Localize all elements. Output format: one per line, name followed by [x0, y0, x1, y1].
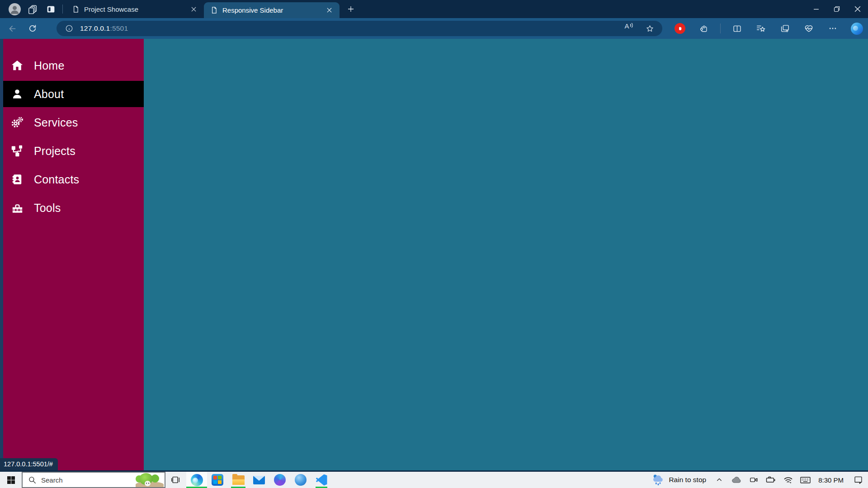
onedrive-cloud-icon [731, 475, 742, 484]
refresh-icon [28, 24, 37, 33]
mail-icon [253, 476, 265, 484]
copilot-button[interactable] [849, 21, 864, 36]
site-info-icon[interactable] [63, 22, 75, 35]
profile-button[interactable] [5, 0, 24, 18]
task-view-icon [171, 475, 181, 484]
back-button[interactable] [5, 21, 20, 36]
extensions-puzzle-icon [699, 23, 709, 33]
meet-now-camera-icon [749, 475, 759, 484]
project-diagram-icon [10, 144, 24, 158]
back-arrow-icon [8, 24, 17, 33]
page-content: Home About Services [0, 39, 868, 470]
tab-strip-divider [62, 5, 63, 14]
sidebar-item-services[interactable]: Services [3, 109, 144, 136]
sidebar-item-tools[interactable]: Tools [3, 195, 144, 221]
user-avatar-icon [9, 3, 21, 15]
favorites-icon [756, 23, 766, 33]
settings-more-button[interactable] [825, 21, 840, 36]
refresh-button[interactable] [25, 21, 40, 36]
collections-icon [780, 23, 790, 33]
windows-start-icon [7, 476, 15, 484]
read-aloud-button[interactable]: A [623, 22, 635, 35]
favorites-button[interactable] [753, 21, 769, 36]
taskbar-app-store[interactable] [207, 472, 228, 488]
add-favorite-button[interactable] [643, 22, 656, 35]
sidebar-item-projects[interactable]: Projects [3, 138, 144, 164]
action-center-button[interactable] [848, 472, 868, 488]
tab-responsive-sidebar[interactable]: Responsive Sidebar [204, 2, 340, 18]
collections-button[interactable] [777, 21, 793, 36]
close-window-button[interactable] [847, 0, 868, 18]
chevron-up-icon [716, 476, 723, 483]
onedrive-tray-button[interactable] [728, 472, 745, 488]
tab-actions-button[interactable] [42, 0, 60, 18]
tab-close-icon[interactable] [188, 3, 199, 15]
task-view-button[interactable] [165, 472, 186, 488]
tab-project-showcase[interactable]: Project Showcase [66, 0, 204, 18]
minimize-button[interactable] [806, 0, 826, 18]
extensions-button[interactable] [696, 21, 712, 36]
link-status-tooltip: 127.0.0.1:5501/# [0, 458, 58, 470]
wifi-tray-button[interactable] [779, 472, 797, 488]
action-center-icon [854, 475, 863, 484]
browser-essentials-button[interactable] [801, 21, 816, 36]
plus-icon [347, 5, 355, 13]
browser-tab-bar: Project Showcase Responsive Sidebar [0, 0, 868, 18]
document-icon [72, 5, 80, 13]
battery-charging-icon [765, 475, 776, 484]
weather-label: Rain to stop [669, 476, 706, 484]
toolbox-icon [10, 201, 24, 215]
hidden-icons-button[interactable] [711, 472, 728, 488]
address-book-icon [10, 173, 24, 186]
blue-sphere-app-icon [295, 474, 307, 486]
page-left-edge [0, 39, 3, 470]
meet-now-button[interactable] [745, 472, 762, 488]
split-screen-button[interactable] [729, 21, 745, 36]
sidebar-item-about[interactable]: About [3, 81, 144, 107]
file-explorer-icon [232, 475, 245, 485]
adblock-extension-button[interactable] [672, 21, 688, 36]
sidebar-item-contacts[interactable]: Contacts [3, 166, 144, 192]
minimize-icon [813, 6, 819, 12]
url-port: :5501 [110, 24, 128, 32]
tab-close-icon[interactable] [323, 5, 335, 16]
browser-toolbar: 127.0.0.1:5501 A [0, 18, 868, 39]
vs-code-icon [316, 474, 327, 486]
restore-button[interactable] [826, 0, 847, 18]
touch-keyboard-button[interactable] [797, 472, 814, 488]
sidebar-item-home[interactable]: Home [3, 52, 144, 79]
workspaces-button[interactable] [24, 0, 42, 18]
taskbar-app-edge[interactable] [186, 472, 207, 488]
taskbar-weather-widget[interactable]: Rain to stop [647, 472, 711, 488]
new-tab-button[interactable] [343, 1, 359, 17]
split-screen-icon [732, 24, 742, 33]
settings-more-icon [828, 24, 837, 33]
desktop-screen: Project Showcase Responsive Sidebar [0, 0, 868, 488]
windows-taskbar: Search [0, 470, 868, 488]
edge-icon [191, 474, 203, 486]
taskbar-app-mail[interactable] [249, 472, 269, 488]
start-button[interactable] [0, 472, 22, 488]
rain-cloud-icon [651, 474, 665, 486]
home-icon [10, 59, 24, 72]
bing-daily-creature-image [135, 473, 165, 487]
battery-tray-button[interactable] [762, 472, 779, 488]
sidebar-item-label: Services [34, 116, 78, 129]
url-host: 127.0.0.1 [80, 24, 110, 32]
browser-essentials-icon [804, 23, 814, 33]
taskbar-app-microsoft-365[interactable] [269, 472, 290, 488]
search-placeholder: Search [41, 476, 63, 484]
taskbar-app-file-explorer[interactable] [228, 472, 249, 488]
clock-time: 8:30 PM [818, 476, 844, 484]
tab-title: Responsive Sidebar [222, 6, 323, 14]
taskbar-app-blue-sphere[interactable] [290, 472, 311, 488]
gears-icon [10, 116, 24, 129]
taskbar-app-vscode[interactable] [311, 472, 332, 488]
taskbar-clock[interactable]: 8:30 PM [814, 472, 848, 488]
tab-title: Project Showcase [84, 5, 188, 13]
taskbar-search-box[interactable]: Search [22, 472, 165, 488]
read-aloud-icon: A [624, 22, 629, 30]
microsoft-365-icon [274, 474, 286, 486]
url-text: 127.0.0.1:5501 [80, 24, 128, 33]
address-bar[interactable]: 127.0.0.1:5501 A [57, 21, 662, 36]
